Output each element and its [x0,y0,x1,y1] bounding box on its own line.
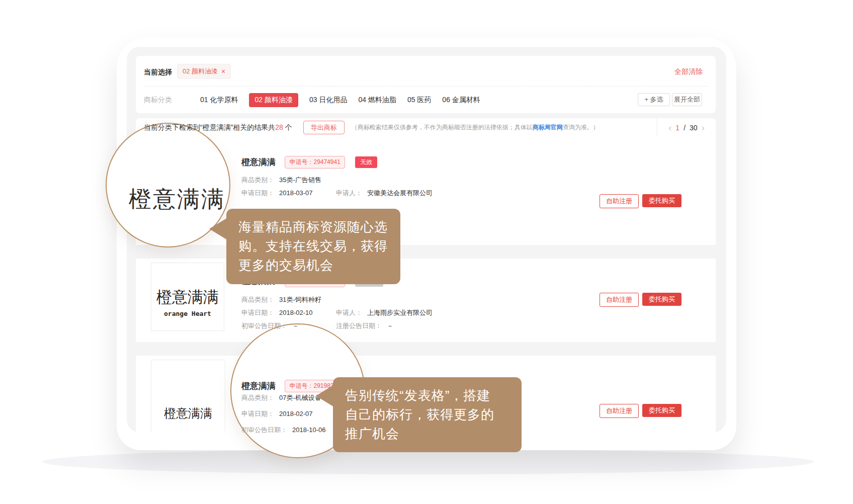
result-row-1-title-line: 橙意满满 申请号：29474941 无效 [241,156,377,169]
laptop-base-shadow [42,449,814,474]
filter-card: 当前选择 02 颜料油漆 × 全部清除 商标分类 01 化学原料 02 颜料油漆… [136,56,716,113]
tooltip-2-line-1: 告别传统“发表格”，搭建 [345,386,522,405]
remove-filter-icon[interactable]: × [221,68,225,75]
category-item-06[interactable]: 06 金属材料 [442,96,480,105]
application-number-tag: 申请号：29474941 [285,156,345,169]
clear-all-link[interactable]: 全部清除 [674,67,703,76]
result-row-2-content: 橙意满满 申请号：29482153 已注册 商品类别：31类-饲料种籽 申请日期… [136,259,716,342]
multi-select-button[interactable]: + 多选 [638,93,670,106]
apply-date-value: 2018-03-07 [279,189,313,197]
entrust-buy-button[interactable]: 委托购买 [642,404,681,417]
tooltip-arrow-left-icon [209,218,227,240]
page-separator: / [684,124,686,132]
result-row-1-date-line: 申请日期：2018-03-07 申请人：安徽美达会展有限公司 [241,188,313,198]
expand-all-button[interactable]: 展开全部 [672,93,702,106]
current-selection-label: 当前选择 [144,68,172,77]
applicant-value: 上海雨步实业有限公司 [367,309,433,316]
selected-filter-tag[interactable]: 02 颜料油漆 × [177,64,231,79]
applicant-col: 申请人：安徽美达会展有限公司 [336,188,433,198]
applicant-col: 申请人：上海雨步实业有限公司 [336,308,433,317]
tooltip-arrow-left-icon [316,385,334,407]
trademark-name[interactable]: 橙意满满 [241,157,276,167]
results-disclaimer: （商标检索结果仅供参考，不作为商标能否注册的法律依据；具体以商标局官网查询为准。… [352,123,599,132]
applicant-label: 申请人： [336,309,362,316]
trademark-name[interactable]: 橙意满满 [241,381,276,391]
applicant-label: 申请人： [336,189,362,197]
status-badge-invalid: 无效 [355,156,377,168]
result-row-2-category-line: 商品类别：31类-饲料种籽 [241,295,321,304]
results-count: 28 [275,123,283,131]
entrust-buy-button[interactable]: 委托购买 [642,293,681,306]
category-label: 商品类别： [241,296,274,303]
apply-date-value: 2018-02-07 [279,410,313,417]
tooltip-2-line-2: 自己的标行，获得更多的 [345,405,522,424]
current-page: 1 [675,124,679,132]
category-item-05[interactable]: 05 医药 [407,96,431,105]
reg-notice-label: 注册公告日期： [336,322,382,329]
category-list: 商标分类 01 化学原料 02 颜料油漆 03 日化用品 04 燃料油脂 05 … [144,93,480,107]
results-summary-text: 当前分类下检索到“橙意满满”相关的结果共28 个 [144,123,292,132]
category-label: 商品类别： [241,394,274,401]
result-row-1-category-line: 商品类别：35类-广告销售 [241,175,321,185]
tooltip-1-line-1: 海量精品商标资源随心选 [238,217,400,236]
tooltip-1-line-2: 购。支持在线交易，获得 [238,236,400,256]
first-notice-label: 初审公告日期： [241,322,287,329]
category-value: 31类-饲料种籽 [279,296,321,303]
category-list-label: 商标分类 [144,96,172,105]
dashed-divider [144,86,708,87]
mockup-stage: 当前选择 02 颜料油漆 × 全部清除 商标分类 01 化学原料 02 颜料油漆… [0,0,853,504]
category-item-02-active[interactable]: 02 颜料油漆 [249,93,298,107]
result-row-2-notice-line: 初审公告日期：－ 注册公告日期：－ [241,321,299,330]
result-row-3-category-line: 商品类别：07类-机械设备 [241,393,321,402]
reg-notice-col: 注册公告日期：－ [336,321,393,330]
reg-notice-value: － [387,322,393,329]
first-notice-label: 初审公告日期： [241,426,287,433]
category-item-04[interactable]: 04 燃料油脂 [358,96,396,105]
self-register-button[interactable]: 自助注册 [600,293,639,307]
first-notice-value: － [292,322,299,329]
export-trademarks-button[interactable]: 导出商标 [303,121,345,134]
result-row-2-date-line: 申请日期：2018-02-10 申请人：上海雨步实业有限公司 [241,308,313,317]
callout-tooltip-2: 告别传统“发表格”，搭建 自己的标行，获得更多的 推广机会 [333,377,522,452]
category-item-03[interactable]: 03 日化用品 [309,96,347,105]
next-page-icon[interactable]: › [702,123,705,132]
applicant-value: 安徽美达会展有限公司 [367,189,433,197]
callout-tooltip-1: 海量精品商标资源随心选 购。支持在线交易，获得 更多的交易机会 [226,209,400,284]
tooltip-1-line-3: 更多的交易机会 [238,256,400,275]
total-pages: 30 [690,124,698,132]
result-row-3-notice-line: 初审公告日期：2018-10-06 [241,425,326,433]
results-summary: 当前分类下检索到“橙意满满”相关的结果共28 个 导出商标 （商标检索结果仅供参… [136,118,716,137]
result-row-3-date-line: 申请日期：2018-02-07 [241,409,313,418]
self-register-button[interactable]: 自助注册 [600,404,639,418]
category-item-01[interactable]: 01 化学原料 [200,96,238,105]
first-notice-value: 2018-10-06 [292,426,326,433]
apply-date-label: 申请日期： [241,189,274,197]
current-selection-row: 当前选择 02 颜料油漆 × 全部清除 [136,64,716,81]
prev-page-icon[interactable]: ‹ [668,123,671,132]
selected-filter-tag-text: 02 颜料油漆 [183,67,218,76]
results-header-bar: 当前分类下检索到“橙意满满”相关的结果共28 个 导出商标 （商标检索结果仅供参… [136,118,716,137]
apply-date-value: 2018-02-10 [279,309,313,316]
category-value: 35类-广告销售 [279,176,321,184]
category-value: 07类-机械设备 [279,394,321,401]
apply-date-label: 申请日期： [241,410,274,417]
entrust-buy-button[interactable]: 委托购买 [642,194,681,207]
apply-date-label: 申请日期： [241,309,274,316]
tooltip-2-line-3: 推广机会 [345,424,522,443]
result-row-2: 橙意满满 orange Heart 橙意满满 申请号：29482153 已注册 … [136,259,716,342]
category-label: 商品类别： [241,176,274,184]
category-row: 商标分类 01 化学原料 02 颜料油漆 03 日化用品 04 燃料油脂 05 … [136,93,716,108]
pagination: ‹ 1 / 30 › [657,118,716,137]
trademark-office-link[interactable]: 商标局官网 [533,124,563,131]
self-register-button[interactable]: 自助注册 [600,194,639,208]
